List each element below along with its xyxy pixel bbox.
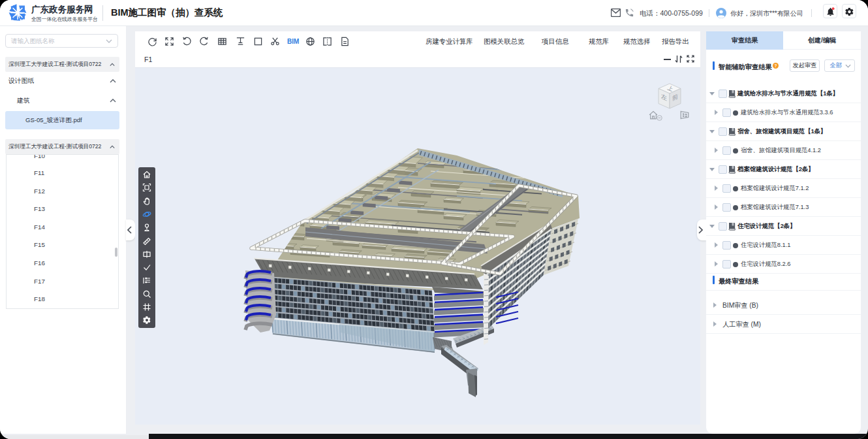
svg-text:?: ? — [774, 63, 777, 68]
